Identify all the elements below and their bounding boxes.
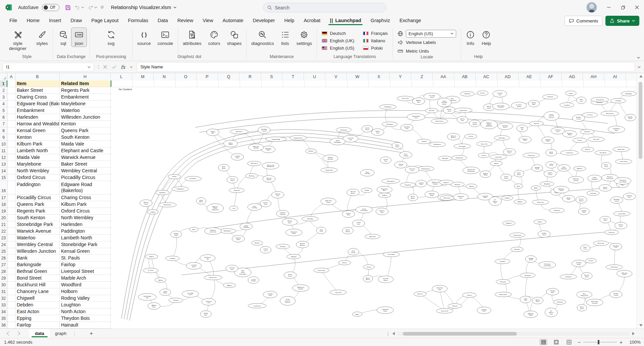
cell-A23[interactable] [7,235,15,241]
source-button[interactable]: { } source [134,27,154,47]
cell-B13[interactable]: Marylebone [15,161,60,167]
normal-view-button[interactable] [539,339,547,345]
tab-automate[interactable]: Automate [218,18,248,26]
row-header-8[interactable]: 8 [0,127,7,134]
cell-B12[interactable]: Maida Vale [15,154,60,161]
cell-B28[interactable]: Bethnal Green [15,268,60,275]
vertical-scrollbar[interactable] [637,73,644,329]
share-button[interactable]: Share [605,16,639,26]
cell-A2[interactable] [7,87,15,94]
cell-B11[interactable]: Lambeth North [15,148,60,154]
cell-B24[interactable]: Wembley Central [15,241,60,248]
cell-B36[interactable]: Fairlop [15,322,60,328]
cell-B29[interactable]: Bond Street [15,275,60,281]
cell-A26[interactable] [7,255,15,261]
settings-button[interactable]: settings [293,27,316,47]
cell-A24[interactable] [7,241,15,248]
column-header-AD[interactable]: AD [497,73,519,80]
confirm-entry-icon[interactable] [112,65,116,69]
metric-units-option[interactable]: Metric Units [397,47,456,55]
cell-B27[interactable]: Barkingside [15,262,60,268]
column-header-B[interactable]: B [15,73,60,80]
cell-B4[interactable]: Edgware Road (Bakerloo) [15,101,60,107]
fx-dropdown-icon[interactable] [130,66,133,68]
cell-B6[interactable]: Harlesden [15,114,60,120]
lists-button[interactable]: lists [277,27,293,47]
column-header-R[interactable]: R [239,73,261,80]
cell-H17[interactable]: Charing Cross [60,194,111,201]
column-header-T[interactable]: T [282,73,304,80]
tab-page-layout[interactable]: Page Layout [87,18,123,26]
row-header-33[interactable]: 33 [0,302,7,308]
tab-exchange[interactable]: Exchange [395,18,426,26]
cell-H10[interactable]: Maida Vale [60,141,111,147]
row-header-7[interactable]: 7 [0,121,7,127]
cell-H1-related-header[interactable]: Related Item [60,80,111,87]
cell-H23[interactable]: Lambeth North [60,235,111,241]
column-header-W[interactable]: W [347,73,368,80]
column-header-AI[interactable]: AI [604,73,626,80]
cell-H35[interactable]: Theydon Bois [60,315,111,322]
row-header-30[interactable]: 30 [0,282,7,288]
cell-B25[interactable]: Willesden Junction [15,248,60,254]
tab-developer[interactable]: Developer [248,18,279,26]
cell-A6[interactable] [7,114,15,120]
locale-dropdown[interactable]: English (US) [406,30,456,38]
diagnostics-button[interactable]: diagnostics [248,27,277,47]
row-header-23[interactable]: 23 [0,235,7,241]
cell-B23[interactable]: Waterloo [15,235,60,241]
cell-H8[interactable]: Queens Park [60,127,111,134]
tab-draw[interactable]: Draw [66,18,87,26]
quick-access-overflow-button[interactable] [101,6,104,9]
cell-A30[interactable] [7,282,15,288]
language-english-uk[interactable]: English (UK) [322,38,354,44]
tab-help[interactable]: Help [280,18,299,26]
cell-H16[interactable]: Edgware Road (Bakerloo) [60,181,111,194]
cell-A31[interactable] [7,288,15,295]
cell-H11[interactable]: Elephant and Castle [60,148,111,154]
language-polski[interactable]: Polski [363,45,388,51]
cancel-entry-icon[interactable] [103,65,107,69]
cell-A14[interactable] [7,168,15,174]
page-break-view-button[interactable] [565,339,573,345]
row-header-10[interactable]: 10 [0,141,7,147]
cell-H27[interactable]: Fairlop [60,262,111,268]
tab-home[interactable]: Home [22,18,44,26]
cell-B17[interactable]: Piccadilly Circus [15,194,60,201]
cell-A20[interactable] [7,215,15,221]
cell-A10[interactable] [7,141,15,147]
cell-A9[interactable] [7,134,15,140]
autosave-toggle[interactable]: Off [42,4,59,11]
row-header-35[interactable]: 35 [0,315,7,322]
column-header-AG[interactable]: AG [561,73,583,80]
search-input[interactable]: Search [263,3,386,12]
cell-B3[interactable]: Charing Cross [15,94,60,100]
column-header-L[interactable]: L [111,73,132,80]
cell-B16[interactable]: Paddington [15,181,60,194]
row-header-20[interactable]: 20 [0,215,7,221]
column-header-N[interactable]: N [154,73,175,80]
row-header-13[interactable]: 13 [0,161,7,167]
row-header-19[interactable]: 19 [0,208,7,214]
cell-B7[interactable]: Harrow and Wealdstone [15,121,60,127]
cell-A17[interactable] [7,194,15,201]
insert-function-button[interactable]: fx [121,64,125,70]
info-button[interactable]: Info [463,27,478,47]
cell-A13[interactable] [7,161,15,167]
tab-graphviz[interactable]: Graphviz [366,18,395,26]
cell-H2[interactable]: Regents Park [60,87,111,94]
cell-H4[interactable]: Marylebone [60,101,111,107]
cell-H26[interactable]: St. Pauls [60,255,111,261]
row-header-36[interactable]: 36 [0,322,7,328]
scroll-up-arrow[interactable] [639,75,643,77]
cell-B21[interactable]: Stonebridge Park [15,221,60,228]
cell-H9[interactable]: South Kenton [60,134,111,140]
json-button[interactable]: JSON json [71,27,87,47]
row-header-28[interactable]: 28 [0,268,7,275]
redo-button[interactable] [88,4,97,10]
graph-object[interactable]: No Clusters BakerStreetRegentsParkCharin… [111,87,637,329]
cell-B34[interactable]: East Acton [15,308,60,315]
cell-A16[interactable] [7,181,15,194]
cell-H28[interactable]: Liverpool Street [60,268,111,275]
style-designer-button[interactable]: style designer [3,27,33,52]
